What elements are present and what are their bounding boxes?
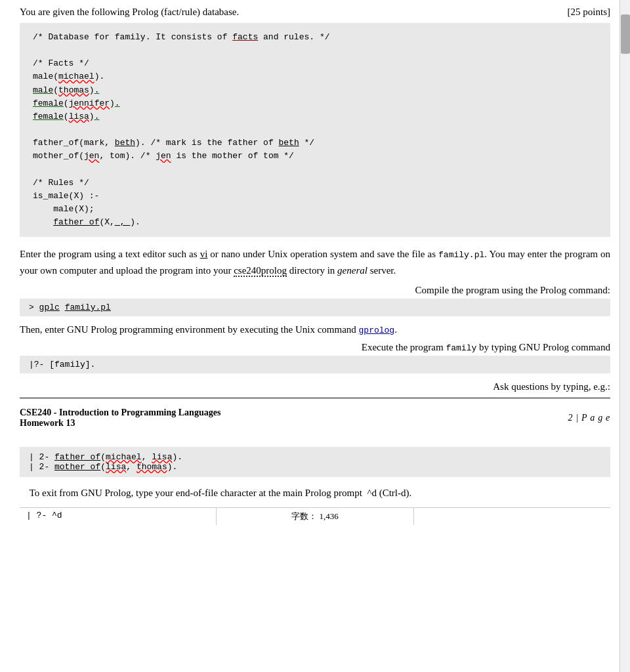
page-footer: CSE240 - Introduction to Programming Lan… <box>20 404 610 434</box>
status-wordcount-value: 1,436 <box>319 511 338 521</box>
code-line-blank2 <box>33 123 597 136</box>
execute-label-text: Execute the program family by typing GNU… <box>362 342 610 352</box>
code-line-male-thomas: male(thomas). <box>33 84 597 97</box>
execute-label: Execute the program family by typing GNU… <box>20 342 610 353</box>
code-line-facts-comment: /* Facts */ <box>33 57 597 70</box>
code-line-female-lisa: female(lisa). <box>33 110 597 123</box>
scrollbar[interactable] <box>620 0 630 525</box>
inline-code-family-pl: family.pl <box>438 250 484 260</box>
execute-command-block: |?- [family]. <box>20 356 610 373</box>
page2-area: | 2- father_of(michael, lisa). | 2- moth… <box>20 434 610 525</box>
code-line-father: father_of(mark, beth). /* mark is the fa… <box>33 136 597 150</box>
page-divider <box>20 398 610 398</box>
exit-paragraph: To exit from GNU Prolog, type your end-o… <box>20 485 610 501</box>
status-bar: | ?- ^d 字数： 1,436 <box>20 507 610 525</box>
status-right <box>414 508 610 525</box>
footer-left: CSE240 - Introduction to Programming Lan… <box>20 408 220 429</box>
code-line-rules-comment: /* Rules */ <box>33 177 597 190</box>
compile-command-block: > gplc family.pl <box>20 299 610 316</box>
code-line-blank1 <box>33 44 597 57</box>
code-line-blank3 <box>33 163 597 176</box>
cse240prolog-ref: cse240prolog <box>234 265 287 277</box>
footer-course: CSE240 - Introduction to Programming Lan… <box>20 408 220 418</box>
page-content: You are given the following Prolog (fact… <box>20 0 610 525</box>
code-line-father-x: father_of(X,_,_). <box>33 216 597 229</box>
code-line-female-jennifer: female(jennifer). <box>33 97 597 110</box>
exit-indent <box>20 488 30 498</box>
compile-label: Compile the program using the Prolog com… <box>20 285 610 296</box>
footer-homework: Homework 13 <box>20 418 220 429</box>
compile-label-text: Compile the program using the Prolog com… <box>415 285 610 295</box>
ask-label-text: Ask questions by typing, e.g.: <box>493 381 610 392</box>
then-text-paragraph: Then, enter GNU Prolog programming envir… <box>20 324 610 335</box>
gnu-command-2: | 2- mother_of(lisa, thomas). <box>29 462 601 472</box>
ask-label: Ask questions by typing, e.g.: <box>20 381 610 392</box>
question-text: You are given the following Prolog (fact… <box>20 7 239 18</box>
points-label: [25 points] <box>568 7 610 18</box>
scrollbar-thumb[interactable] <box>621 14 630 54</box>
status-wordcount-label: 字数： <box>291 511 317 521</box>
gnu-prolog-commands: | 2- father_of(michael, lisa). | 2- moth… <box>20 447 610 477</box>
question-header: You are given the following Prolog (fact… <box>20 7 610 18</box>
code-line-male-x: male(X); <box>33 203 597 216</box>
footer-page-number: 2 | P a g e <box>568 413 610 423</box>
code-line-mother: mother_of(jen, tom). /* jen is the mothe… <box>33 150 597 163</box>
general-italic: general <box>337 265 368 276</box>
status-left: | ?- ^d <box>20 508 217 525</box>
code-line-is-male: is_male(X) :- <box>33 190 597 203</box>
code-block-database: /* Database for family. It consists of f… <box>20 23 610 237</box>
prose-paragraph-1: Enter the program using a text editor su… <box>20 246 610 278</box>
code-line-male-michael: male(michael). <box>33 70 597 83</box>
compile-command-text: > gplc family.pl <box>29 303 111 312</box>
execute-command-text: |?- [family]. <box>29 360 95 369</box>
status-center: 字数： 1,436 <box>217 508 413 525</box>
gnu-command-1: | 2- father_of(michael, lisa). <box>29 452 601 462</box>
gprolog-link[interactable]: gprolog <box>359 326 395 335</box>
code-line-comment1: /* Database for family. It consists of f… <box>33 31 597 44</box>
